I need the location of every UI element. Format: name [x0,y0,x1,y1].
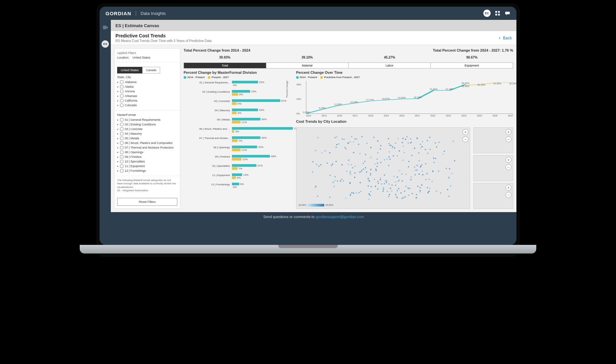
zoom-in-button[interactable]: + [506,157,511,163]
map-title: Cost Trends by City Location [296,119,513,123]
stat-value: 90.67% [431,54,513,61]
state-checkbox[interactable] [120,99,123,102]
mf-checkbox[interactable] [120,164,123,168]
page-header: Predictive Cost Trends RS Means Cost Tre… [111,31,516,45]
stat-value: 39.10% [266,54,348,61]
page-title: Predictive Cost Trends [115,33,212,38]
country-tab-united-states[interactable]: United States [117,67,142,73]
zoom-out-button[interactable]: − [506,164,511,170]
svg-rect-2 [495,14,497,16]
applied-filters-label: Applied Filters [117,51,177,55]
laptop-bezel: GORDIAN | Data Insights EC ES ES | Estim… [100,7,516,245]
mf-checkbox[interactable] [120,169,123,172]
zoom-out-button[interactable]: − [462,136,468,142]
apps-icon[interactable] [495,10,501,16]
topbar: GORDIAN | Data Insights EC [100,7,516,20]
mf-checkbox[interactable] [120,137,123,140]
line-chart-panel: Percent Change Over Time 2014 - Present … [296,70,513,117]
svg-rect-3 [498,14,500,16]
stat-value: 45.27% [348,54,431,61]
chat-icon[interactable] [505,10,510,16]
viz-tab-equipment[interactable]: Equipment [431,63,513,68]
filters-panel: Applied Filters Location: United States … [114,48,180,209]
filters-note: The following MasterFormat categories do… [114,176,180,195]
mini-map-pr[interactable]: +− [473,183,513,209]
main-map[interactable]: +− 18.02%49.03% [296,127,470,209]
viz-tab-total[interactable]: Total [184,63,266,68]
state-checkbox[interactable] [120,104,123,107]
mf-checkbox[interactable] [120,123,123,126]
brand-subtitle: Data Insights [141,11,166,16]
expand-sidebar-icon[interactable] [102,24,108,30]
footer-email-link[interactable]: gordiansupport@gordian.com [316,215,364,219]
app-window: GORDIAN | Data Insights EC ES ES | Estim… [100,7,516,245]
masterformat-label: MasterFormat [117,113,177,116]
mini-map-alaska[interactable]: +− [473,127,513,153]
workspace-badge-es[interactable]: ES [102,40,109,48]
state-label: State, City [117,75,177,79]
division-chart-panel: Percent Change by MasterFormat Division … [184,70,293,209]
mf-checkbox[interactable] [120,141,123,145]
zoom-in-button[interactable]: + [506,129,511,135]
viz-tab-material[interactable]: Material [266,63,349,68]
country-tab-canada[interactable]: Canada [142,67,160,73]
zoom-out-button[interactable]: − [506,192,511,198]
state-checkbox[interactable] [120,80,123,84]
headline-left: Total Percent Change from 2014 - 2024 [184,48,250,52]
left-rail: ES [100,20,111,221]
back-button[interactable]: Back [498,36,512,40]
zoom-in-button[interactable]: + [506,185,511,191]
stat-value: 39.93% [184,54,266,61]
user-avatar[interactable]: EC [483,10,491,17]
svg-rect-0 [495,11,497,13]
mini-map-hawaii[interactable]: +− [473,155,513,181]
viz-tab-labor[interactable]: Labor [349,63,431,68]
mf-checkbox[interactable] [120,146,123,149]
svg-rect-1 [498,11,500,13]
breadcrumb: ES | Estimate Canvas [111,20,516,31]
zoom-out-button[interactable]: − [506,136,511,142]
zoom-in-button[interactable]: + [462,129,468,135]
state-checkbox[interactable] [120,90,123,93]
footer: Send questions or comments to gordiansup… [111,212,516,221]
brand-logo: GORDIAN [106,11,131,16]
page-subtitle: RS Means Cost Trends Over Time with 3 Ye… [115,39,212,43]
state-checkbox[interactable] [120,85,123,88]
mf-checkbox[interactable] [120,127,123,131]
headline-right: Total Percent Change from 2024 - 2027: 1… [433,48,513,52]
mf-checkbox[interactable] [120,132,123,135]
reset-filters-button[interactable]: Reset Filters [117,198,177,206]
mf-checkbox[interactable] [120,118,123,121]
laptop-frame: GORDIAN | Data Insights EC ES ES | Estim… [96,3,520,257]
mf-checkbox[interactable] [120,155,123,159]
state-checkbox[interactable] [120,94,123,98]
mf-checkbox[interactable] [120,151,123,154]
mf-checkbox[interactable] [120,160,123,163]
